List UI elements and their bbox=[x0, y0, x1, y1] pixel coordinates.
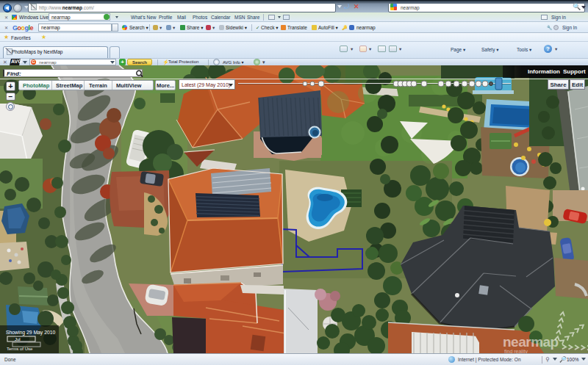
svg-text:Jul: Jul bbox=[15, 337, 21, 341]
svg-text:nearmap: nearmap bbox=[503, 334, 559, 350]
svg-text:Terms of Use: Terms of Use bbox=[7, 347, 33, 351]
svg-text:Showing 29 May 2010: Showing 29 May 2010 bbox=[6, 330, 55, 336]
